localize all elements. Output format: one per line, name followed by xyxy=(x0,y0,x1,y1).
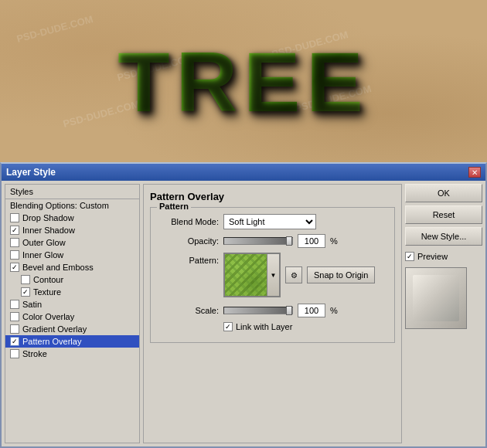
contour-checkbox[interactable] xyxy=(21,275,30,284)
new-style-button[interactable]: New Style... xyxy=(405,227,482,246)
pattern-options-btn[interactable]: ⚙ xyxy=(285,266,302,283)
reset-button[interactable]: Reset xyxy=(405,205,482,224)
pattern-preview-wrap: ▼ ⚙ Snap to Origin xyxy=(223,253,375,297)
sidebar-item-stroke[interactable]: Stroke xyxy=(5,348,139,360)
preview-row: Preview xyxy=(405,252,482,261)
ok-button[interactable]: OK xyxy=(405,184,482,202)
dialog-titlebar: Layer Style ✕ xyxy=(2,164,485,181)
sidebar-item-outer-glow[interactable]: Outer Glow xyxy=(5,236,139,249)
dialog-close-button[interactable]: ✕ xyxy=(468,167,481,178)
blend-mode-label: Blend Mode: xyxy=(157,217,219,226)
stroke-checkbox[interactable] xyxy=(10,349,19,358)
bevel-emboss-checkbox[interactable] xyxy=(10,263,19,272)
sidebar-item-satin[interactable]: Satin xyxy=(5,298,139,311)
sidebar-item-pattern-overlay[interactable]: Pattern Overlay xyxy=(5,335,139,348)
sidebar-item-drop-shadow[interactable]: Drop Shadow xyxy=(5,212,139,224)
texture-checkbox[interactable] xyxy=(21,287,30,297)
snap-to-origin-button[interactable]: Snap to Origin xyxy=(307,266,375,283)
sidebar-item-inner-glow[interactable]: Inner Glow xyxy=(5,249,139,261)
dialog-body: Styles Blending Options: Custom Drop Sha… xyxy=(2,181,485,446)
pattern-group-title: Pattern xyxy=(157,202,191,211)
scale-slider[interactable] xyxy=(223,307,293,314)
preview-checkbox[interactable] xyxy=(405,252,414,261)
pattern-group: Pattern Blend Mode: Soft Light Normal Mu… xyxy=(150,207,395,343)
layer-style-dialog: Layer Style ✕ Styles Blending Options: C… xyxy=(0,162,487,448)
right-panel: OK Reset New Style... Preview xyxy=(405,184,482,443)
sidebar-item-blending[interactable]: Blending Options: Custom xyxy=(5,199,139,212)
dialog-title: Layer Style xyxy=(6,167,56,178)
scale-slider-thumb[interactable] xyxy=(286,306,292,315)
watermark-1: PSD-DUDE.COM xyxy=(15,13,94,45)
sidebar-item-contour[interactable]: Contour xyxy=(5,273,139,286)
sidebar-item-inner-shadow[interactable]: Inner Shadow xyxy=(5,224,139,236)
sidebar-item-gradient-overlay[interactable]: Gradient Overlay xyxy=(5,323,139,335)
scale-percent: % xyxy=(330,306,338,315)
blend-mode-select[interactable]: Soft Light Normal Multiply Screen Overla… xyxy=(223,214,316,229)
opacity-slider-thumb[interactable] xyxy=(286,236,292,246)
outer-glow-checkbox[interactable] xyxy=(10,238,19,247)
link-layer-checkbox[interactable] xyxy=(223,322,233,331)
opacity-label: Opacity: xyxy=(157,236,219,246)
pattern-row: Pattern: ▼ ⚙ Snap to Origin xyxy=(157,253,388,297)
pattern-label: Pattern: xyxy=(157,256,219,265)
preview-label: Preview xyxy=(417,252,448,261)
drop-shadow-checkbox[interactable] xyxy=(10,213,19,222)
inner-glow-checkbox[interactable] xyxy=(10,250,19,260)
canvas-preview: PSD-DUDE.COM PSD-DUDE.COM PSD-DUDE.COM P… xyxy=(0,0,487,162)
styles-panel: Styles Blending Options: Custom Drop Sha… xyxy=(5,184,140,443)
sidebar-item-bevel-emboss[interactable]: Bevel and Emboss xyxy=(5,261,139,273)
opacity-row: Opacity: % xyxy=(157,234,388,248)
link-layer-label: Link with Layer xyxy=(236,322,292,331)
style-preview-thumb xyxy=(405,267,467,329)
opacity-slider[interactable] xyxy=(223,237,293,245)
scale-input[interactable] xyxy=(298,304,325,317)
opacity-input[interactable] xyxy=(298,234,325,248)
link-row: Link with Layer xyxy=(223,322,388,331)
settings-panel: Pattern Overlay Pattern Blend Mode: Soft… xyxy=(143,184,402,443)
style-preview-inner xyxy=(413,275,459,321)
scale-row: Scale: % xyxy=(157,304,388,317)
sidebar-item-styles[interactable]: Styles xyxy=(5,185,139,199)
pattern-swatch[interactable] xyxy=(224,253,267,297)
sidebar-item-texture[interactable]: Texture xyxy=(5,286,139,298)
scale-label: Scale: xyxy=(157,306,219,315)
tree-preview-text: TREE xyxy=(117,32,369,131)
color-overlay-checkbox[interactable] xyxy=(10,312,19,321)
gradient-overlay-checkbox[interactable] xyxy=(10,324,19,334)
opacity-percent: % xyxy=(330,236,338,246)
sidebar-item-color-overlay[interactable]: Color Overlay xyxy=(5,311,139,323)
pattern-dropdown-btn[interactable]: ▼ xyxy=(267,253,280,297)
satin-checkbox[interactable] xyxy=(10,300,19,309)
pattern-overlay-checkbox[interactable] xyxy=(10,337,19,346)
inner-shadow-checkbox[interactable] xyxy=(10,226,19,235)
panel-title: Pattern Overlay xyxy=(150,191,395,202)
blend-mode-row: Blend Mode: Soft Light Normal Multiply S… xyxy=(157,214,388,229)
